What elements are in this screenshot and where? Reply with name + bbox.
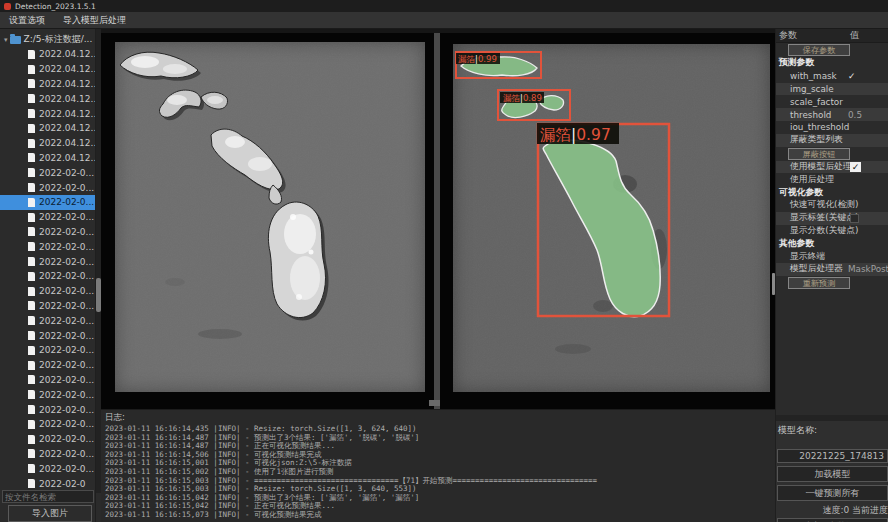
param-label: threshold (790, 110, 831, 120)
param-label: 可视化参数 (779, 187, 823, 199)
param-row[interactable]: 屏蔽按钮 (776, 147, 888, 161)
tree-item[interactable]: 2022-02-0... (0, 313, 95, 328)
tree-item[interactable]: 2022.04.12... (0, 136, 95, 151)
file-icon (28, 331, 35, 340)
tree-item[interactable]: 2022.04.12... (0, 121, 95, 136)
tree-item-label: 2022.04.12... (39, 153, 96, 163)
tree-item[interactable]: 2022-02-0... (0, 239, 95, 254)
progress-status: 速度:0 当前进度 (776, 504, 888, 517)
model-name-label: 模型名称: (776, 421, 888, 439)
params-header-param: 参数 (776, 29, 850, 42)
file-icon (28, 198, 35, 207)
param-row[interactable]: 使用模型后处理 ✓ (776, 161, 888, 174)
tree-item[interactable]: 2022-02-0... (0, 225, 95, 240)
original-image[interactable] (115, 42, 425, 392)
tree-item[interactable]: 2022.04.12... (0, 47, 95, 62)
tree-item-label: 2022-02-0... (39, 227, 94, 237)
tree-item[interactable]: 2022-02-0... (0, 180, 95, 195)
tree-item[interactable]: 2022-02-0... (0, 284, 95, 299)
param-label: scale_factor (790, 97, 843, 107)
menu-item[interactable]: 设置选项 (0, 12, 54, 28)
prediction-image[interactable]: 漏箔|0.99 漏箔|0.89 漏箔|0.97 (453, 44, 770, 392)
tree-item-label: 2022-02-0... (39, 168, 94, 178)
defect-blob-4 (268, 202, 328, 321)
tree-item[interactable]: 2022-02-0... (0, 210, 95, 225)
original-image-panel[interactable] (101, 33, 434, 409)
param-row[interactable]: 保存参数 (776, 43, 888, 57)
param-label: 预测参数 (779, 57, 814, 69)
tree-item[interactable]: 2022-02-0... (0, 402, 95, 417)
param-row[interactable]: iou_threshold (776, 121, 888, 134)
tree-item[interactable]: 2022-02-0... (0, 373, 95, 388)
param-row[interactable]: 预测参数 (776, 57, 888, 70)
tree-item[interactable]: 2022-02-0... (0, 387, 95, 402)
model-section: 模型名称: 20221225_174813 加载模型 一键预测所有 速度:0 当… (776, 415, 888, 522)
param-row[interactable]: img_scale (776, 83, 888, 96)
search-input[interactable] (2, 490, 94, 503)
tree-item-label: 2022-02-0... (39, 286, 94, 296)
file-icon (28, 257, 35, 266)
tree-item[interactable]: 2022-02-0... (0, 165, 95, 180)
tree-item[interactable]: 2022-02-0... (0, 343, 95, 358)
param-value[interactable]: MaskPostPro (848, 264, 888, 274)
param-row[interactable]: 重新预测 (776, 276, 888, 290)
postprocess-settings-button[interactable]: 后处理参数设置 (777, 518, 888, 522)
param-row[interactable]: with_mask ✓ (776, 70, 888, 83)
tree-item[interactable]: 2022.04.12... (0, 106, 95, 121)
model-name-field[interactable]: 20221225_174813 (777, 449, 888, 463)
chevron-down-icon: ▾ (4, 36, 8, 44)
param-value[interactable]: 0.5 (848, 110, 862, 120)
detection-label-3: 漏箔|0.97 (540, 126, 611, 144)
tree-item[interactable]: 2022-02-0... (0, 195, 95, 210)
param-row[interactable]: 使用后处理 (776, 173, 888, 186)
param-row[interactable]: 显示终端 (776, 250, 888, 263)
tree-item-label: 2022-02-0... (39, 316, 94, 326)
file-icon (28, 183, 35, 192)
file-icon (28, 346, 35, 355)
param-row[interactable]: scale_factor (776, 95, 888, 108)
predict-all-button[interactable]: 一键预测所有 (777, 485, 888, 501)
tree-item[interactable]: 2022-02-0... (0, 328, 95, 343)
tree-item-label: 2022.04.12... (39, 109, 96, 119)
tree-item[interactable]: 2022-02-0... (0, 417, 95, 432)
tree-item[interactable]: 2022-02-0... (0, 299, 95, 314)
tree-item[interactable]: 2022-02-0... (0, 461, 95, 476)
param-row[interactable]: 显示分数(关键点) (776, 225, 888, 238)
tree-item[interactable]: 2022-02-0... (0, 269, 95, 284)
param-row[interactable]: 屏蔽类型列表 (776, 134, 888, 147)
tree-item[interactable]: 2022-02-0... (0, 432, 95, 447)
tree-item[interactable]: 2022.04.12... (0, 151, 95, 166)
load-model-button[interactable]: 加载模型 (777, 466, 888, 482)
param-label: 快速可视化(检测) (790, 199, 858, 211)
menu-item[interactable]: 导入模型后处理 (54, 12, 135, 28)
param-label: 使用模型后处理 (790, 161, 852, 173)
tree-item[interactable]: 2022.04.12... (0, 77, 95, 92)
tree-item[interactable]: 2022-02-0... (0, 447, 95, 462)
tree-item-label: 2022.04.12... (39, 79, 96, 89)
tree-item[interactable]: 2022-02-0... (0, 358, 95, 373)
file-icon (28, 287, 35, 296)
tree-item-label: 2022.04.12... (39, 49, 96, 59)
param-value[interactable]: ✓ (850, 162, 861, 172)
param-label: 显示分数(关键点) (790, 225, 858, 237)
tree-item-label: 2022-02-0... (39, 257, 94, 267)
param-row[interactable]: 显示标签(关键点) (776, 212, 888, 225)
param-row[interactable]: threshold 0.5 (776, 108, 888, 121)
tree-root[interactable]: ▾ Z:/5-标注数据/... (0, 32, 95, 47)
tree-item[interactable]: 2022.04.12... (0, 62, 95, 77)
param-value[interactable] (850, 214, 859, 223)
file-icon (28, 390, 35, 399)
param-row[interactable]: 快速可视化(检测) (776, 199, 888, 212)
param-value[interactable]: ✓ (848, 71, 855, 81)
tree-item[interactable]: 2022-02-0... (0, 254, 95, 269)
prediction-image-panel[interactable]: 漏箔|0.99 漏箔|0.89 漏箔|0.97 (440, 33, 775, 409)
log-area[interactable]: 日志: 2023-01-11 16:16:14,435 |INFO| - Res… (101, 409, 775, 522)
tree-item[interactable]: 2022-02-0 (0, 476, 95, 491)
log-lines: 2023-01-11 16:16:14,435 |INFO| - Resize:… (105, 425, 771, 520)
param-row[interactable]: 模型后处理器 MaskPostPro (776, 263, 888, 276)
param-row[interactable]: 可视化参数 (776, 186, 888, 199)
tree-item[interactable]: 2022.04.12... (0, 91, 95, 106)
detection-label-2: 漏箔|0.89 (503, 93, 542, 103)
import-image-button[interactable]: 导入图片 (8, 505, 92, 522)
param-row[interactable]: 其他参数 (776, 237, 888, 250)
